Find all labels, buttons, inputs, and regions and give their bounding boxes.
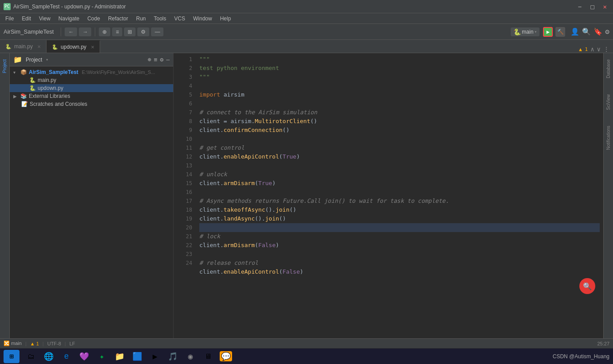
taskbar-app5[interactable]: ✦ [94,350,110,363]
tree-external-libs[interactable]: ▶ 📚 External Libraries [10,92,173,100]
nav-back-button[interactable]: ← [65,27,77,36]
menu-navigate[interactable]: Navigate [55,15,83,23]
line-num-9: 9 [177,126,192,135]
add-file-button[interactable]: ⊕ [99,27,110,36]
tree-root[interactable]: ▾ 📦 AirSim_SampleTest E:\Work\FlyFire_Wo… [10,68,173,76]
start-button[interactable]: ⊞ [4,350,19,363]
code-line-2: test python environment [199,64,600,73]
left-panel-strip: Project [0,53,10,338]
minimize-panel-button[interactable]: — [151,27,163,36]
menu-window[interactable]: Window [190,15,216,23]
project-panel-header: 📁 Project ▾ ⊕ ≡ ⚙ — [10,53,173,66]
taskbar-chrome[interactable]: 🌐 [41,350,57,363]
project-folder-icon: 📁 [13,55,22,64]
taskbar-app8[interactable]: ▶ [147,350,163,363]
floating-search-button[interactable]: 🔍 [579,278,595,294]
tree-item-main-py[interactable]: 🐍 main.py [10,76,173,84]
code-line-12: client.enableApiControl(True) [199,152,600,161]
project-dropdown-icon[interactable]: ▾ [46,57,48,62]
bookmark-icon[interactable]: 🔖 [594,27,602,36]
title-bar-left: PC AirSim_SampleTest - updown.py - Admin… [4,3,126,10]
run-config-dropdown-icon[interactable]: ▾ [534,29,537,34]
menu-edit[interactable]: Edit [18,15,35,23]
tree-scratches[interactable]: 📝 Scratches and Consoles [10,100,173,108]
project-collapse-icon[interactable]: ≡ [154,56,158,63]
structure-button[interactable]: ≡ [112,27,122,36]
toolbar-sep-1 [61,27,61,36]
notifications-tab[interactable]: Notifications [605,123,612,152]
close-button[interactable]: ✕ [601,2,609,11]
menu-view[interactable]: View [35,15,54,23]
minimize-button[interactable]: − [575,2,584,11]
menu-code[interactable]: Code [84,15,104,23]
tree-main-py-label: main.py [38,77,56,83]
project-add-icon[interactable]: ⊕ [148,56,151,63]
tab-main-py-close[interactable]: ✕ [37,44,41,49]
sciview-tab[interactable]: SciView [605,92,612,112]
play-icon: ▶ [547,29,550,35]
run-play-button[interactable]: ▶ [543,27,553,37]
project-name: AirSim_SampleTest [4,28,54,35]
taskbar-app9[interactable]: 🎵 [165,350,181,363]
tab-main-py[interactable]: 🐍 main.py ✕ [0,40,47,53]
line-num-14: 14 [177,170,192,179]
title-bar-controls: − □ ✕ [575,2,609,11]
main-py-icon: 🐍 [5,44,12,50]
code-content[interactable]: """ test python environment """ import a… [196,53,603,338]
scroll-up-icon[interactable]: ∧ [590,46,594,53]
line-num-17: 17 [177,197,192,205]
taskbar-edge[interactable]: e [58,350,74,363]
database-tab[interactable]: Database [605,57,612,81]
taskbar-wechat[interactable]: 💬 [218,350,234,363]
status-warnings: ▲ 1 [30,341,39,346]
user-icon[interactable]: 👤 [570,27,579,36]
search-icon[interactable]: 🔍 [582,27,591,36]
app8-icon: ▶ [153,352,158,361]
taskbar-epic[interactable]: ◉ [182,350,198,363]
taskbar: ⊞ 🗂 🌐 e 💜 ✦ 📁 🟦 ▶ 🎵 ◉ 🖥 💬 CSDN @Autism_H… [0,348,613,364]
taskbar-app7[interactable]: 🟦 [129,350,145,363]
status-encoding: UTF-8 [47,341,61,346]
settings-button[interactable]: ⚙ [137,27,149,36]
tab-main-py-label: main.py [14,43,33,50]
maximize-button[interactable]: □ [588,2,597,11]
tree-updown-py-label: updown.py [38,85,63,91]
taskbar-folder[interactable]: 📁 [112,350,128,363]
code-line-20 [199,223,600,232]
status-position[interactable]: 25:27 [597,341,609,346]
menu-run[interactable]: Run [132,15,149,23]
code-line-7: # connect to the AirSim simulation [199,108,600,117]
line-num-23: 23 [177,250,192,259]
run-build-button[interactable]: 🔨 [555,27,565,37]
editor-area: 1 2 3 4 5 6 7 8 9 10 11 12 13 14 15 16 1… [174,53,603,338]
tree-item-updown-py[interactable]: 🐍 updown.py [10,84,173,92]
taskbar-file-explorer[interactable]: 🗂 [23,350,39,363]
menu-vcs[interactable]: VCS [171,15,189,23]
menu-tools[interactable]: Tools [150,15,170,23]
collapse-button[interactable]: ⊞ [124,27,136,36]
project-settings-icon[interactable]: ⚙ [160,56,163,63]
tree-root-label: AirSim_SampleTest [29,69,78,75]
nav-fwd-button[interactable]: → [79,27,91,36]
project-minimize-icon[interactable]: — [166,56,170,63]
editor-more-icon[interactable]: ⋮ [603,46,609,53]
project-tab-strip[interactable]: Project [1,57,8,76]
code-line-19: client.landAsync().join() [199,214,600,223]
taskbar-pycharm[interactable]: 🖥 [200,350,216,363]
taskbar-vs[interactable]: 💜 [76,350,92,363]
line-num-15: 15 [177,179,192,188]
menu-help[interactable]: Help [217,15,235,23]
menu-refactor[interactable]: Refactor [105,15,132,23]
line-num-22: 22 [177,241,192,250]
scroll-down-icon[interactable]: ∨ [597,46,601,53]
line-numbers: 1 2 3 4 5 6 7 8 9 10 11 12 13 14 15 16 1… [174,53,196,338]
code-line-11: # get control [199,143,600,152]
tab-updown-py-close[interactable]: ✕ [91,45,94,50]
tab-updown-py-label: updown.py [61,44,86,50]
code-editor[interactable]: 1 2 3 4 5 6 7 8 9 10 11 12 13 14 15 16 1… [174,53,603,338]
gear2-icon[interactable]: ⚙ [605,27,609,36]
menu-file[interactable]: File [2,15,17,23]
csdn-label: CSDN @Autism_Huang [553,353,609,360]
tab-updown-py[interactable]: 🐍 updown.py ✕ [47,40,100,53]
line-num-7: 7 [177,108,192,117]
